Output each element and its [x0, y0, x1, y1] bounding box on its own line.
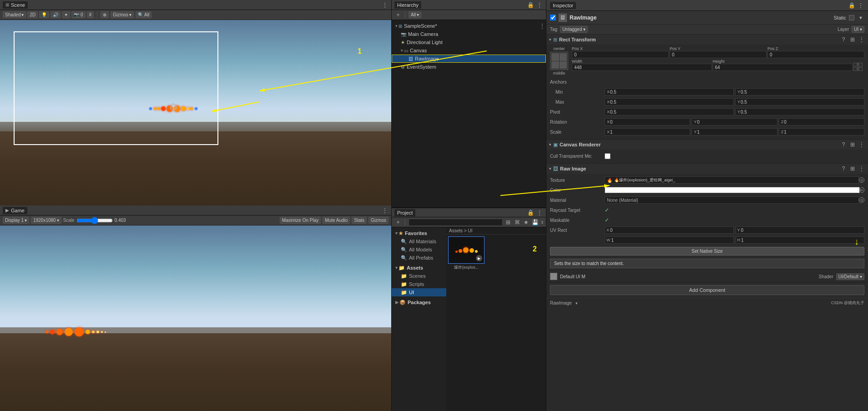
all-prefabs-item[interactable]: 🔍 All Prefabs: [392, 254, 446, 262]
hier-eventsys-row[interactable]: ⚙ EventSystem: [392, 63, 546, 71]
scenes-folder[interactable]: 📁 Scenes: [392, 272, 446, 280]
pos-z-field[interactable]: 0: [767, 51, 864, 58]
footer-dropdown[interactable]: ▾: [575, 301, 578, 306]
anchor-max-x[interactable]: X 0.5: [605, 98, 734, 105]
cr-more-btn[interactable]: ⋮: [858, 141, 865, 148]
maximize-btn[interactable]: Maximize On Play: [280, 217, 321, 224]
set-native-size-btn[interactable]: Set Native Size: [550, 247, 864, 256]
inspector-lock-btn[interactable]: 🔒: [848, 2, 855, 9]
project-search[interactable]: [409, 219, 503, 226]
ri-opts-btn[interactable]: ⊞: [849, 165, 856, 172]
hierarchy-menu-btn[interactable]: ⋮: [536, 1, 543, 9]
audio-btn[interactable]: 🔊: [50, 11, 61, 18]
constrain-btn[interactable]: ⊟: [853, 63, 863, 66]
project-fav-btn[interactable]: ★: [523, 219, 530, 226]
uv-y-field[interactable]: Y 0: [736, 226, 865, 234]
hierarchy-lock-btn[interactable]: 🔒: [527, 1, 534, 9]
project-icons-btn[interactable]: ⊞: [505, 219, 512, 226]
width-field[interactable]: 448: [572, 64, 712, 71]
hier-dirlight-row[interactable]: ☀ Directional Light: [392, 38, 546, 46]
scale-slider[interactable]: [76, 217, 113, 224]
hier-scene-menu[interactable]: ⋮: [539, 22, 546, 30]
hierarchy-all-dropdown[interactable]: All ▾: [409, 11, 421, 18]
material-field[interactable]: None (Material): [605, 196, 859, 204]
stats-btn[interactable]: Stats: [352, 217, 367, 224]
inspector-menu-btn[interactable]: ⋮: [857, 2, 864, 9]
game-tab[interactable]: ▶ Game: [3, 207, 27, 214]
uv-h-field[interactable]: H 1: [736, 236, 865, 244]
search-dropdown[interactable]: 🔍 All: [136, 11, 151, 18]
hier-scene-row[interactable]: ▾ ⊞ SampleScene* ⋮: [392, 22, 546, 30]
project-filter-btn[interactable]: ⌘: [514, 219, 521, 226]
obj-active-checkbox[interactable]: [550, 15, 556, 20]
raw-image-header[interactable]: ▾ 🖼 Raw Image ? ⊞ ⋮: [546, 164, 868, 174]
anchor-widget[interactable]: [550, 52, 568, 70]
cr-opts-btn[interactable]: ⊞: [849, 141, 856, 148]
assets-header[interactable]: ▾ 📁 Assets: [392, 264, 446, 272]
project-add-btn[interactable]: +: [394, 219, 402, 226]
add-component-btn[interactable]: Add Component: [550, 285, 864, 295]
cull-checkbox[interactable]: [605, 153, 611, 159]
material-pick-btn[interactable]: ⊙: [859, 197, 864, 203]
pivot-y[interactable]: Y 0.5: [735, 108, 864, 115]
favorites-header[interactable]: ▾ ★ Favorites: [392, 229, 446, 237]
constrain-btn2[interactable]: ⊟: [853, 67, 863, 71]
inspector-tab[interactable]: Inspector: [550, 2, 576, 9]
shaded-dropdown[interactable]: Shaded ▾: [3, 11, 26, 18]
resolution-dropdown[interactable]: 1920x1080 ▾: [31, 217, 61, 224]
hierarchy-tab[interactable]: Hierarchy: [394, 1, 421, 9]
layer-dropdown[interactable]: UI ▾: [852, 26, 864, 33]
static-dropdown-btn[interactable]: ▾: [857, 14, 864, 21]
shader-dropdown[interactable]: UI/Default ▾: [836, 273, 864, 280]
scene-viewport-container[interactable]: 1: [0, 20, 391, 206]
grid-btn[interactable]: #: [87, 11, 94, 18]
rt-help-btn[interactable]: ?: [840, 36, 847, 43]
project-menu-btn[interactable]: ⋮: [536, 209, 543, 216]
scene-menu-btn[interactable]: ⋮: [381, 1, 389, 9]
project-tab[interactable]: Project: [394, 209, 415, 216]
uv-x-field[interactable]: X 0: [605, 226, 734, 234]
ri-more-btn[interactable]: ⋮: [858, 165, 865, 172]
game-viewport[interactable]: [0, 226, 391, 411]
scale-z[interactable]: Z 1: [779, 128, 864, 135]
tag-dropdown[interactable]: Untagged ▾: [560, 26, 588, 33]
rect-transform-header[interactable]: ▾ ⊞ Rect Transform ? ⊞ ⋮: [546, 35, 868, 45]
game-gizmos-btn[interactable]: Gizmos: [368, 217, 389, 224]
anchor-min-y[interactable]: Y 0.5: [735, 88, 864, 95]
packages-header[interactable]: ▶ 📦 Packages: [392, 298, 446, 306]
rot-z[interactable]: Z 0: [779, 118, 864, 125]
uv-w-field[interactable]: W 1: [605, 236, 734, 244]
anchor-max-y[interactable]: Y 0.5: [735, 98, 864, 105]
hierarchy-add-btn[interactable]: +: [394, 11, 402, 19]
static-checkbox[interactable]: [849, 15, 854, 20]
2d-btn[interactable]: 2D: [27, 11, 38, 18]
game-menu-btn[interactable]: ⋮: [381, 207, 389, 214]
hier-canvas-row[interactable]: ▾ ▭ Canvas: [392, 46, 546, 55]
scene-tab[interactable]: ⊞ Scene: [3, 1, 28, 9]
asset-item-explosion[interactable]: ▶ 爆炸(explos...: [448, 236, 484, 271]
hierarchy-content[interactable]: ▾ ⊞ SampleScene* ⋮ 📷 Main Camera ☀ Direc…: [392, 20, 546, 207]
display-dropdown[interactable]: Display 1 ▾: [3, 217, 29, 224]
rt-more-btn[interactable]: ⋮: [858, 36, 865, 43]
pos-x-field[interactable]: 0: [572, 51, 669, 58]
ri-help-btn[interactable]: ?: [840, 165, 847, 172]
all-materials-item[interactable]: 🔍 All Materials: [392, 237, 446, 246]
ui-folder[interactable]: 📁 UI: [392, 288, 446, 296]
anchor-min-x[interactable]: X 0.5: [605, 88, 734, 95]
scene-cam-btn[interactable]: 📷 0: [71, 11, 85, 18]
cr-help-btn[interactable]: ?: [840, 141, 847, 148]
inspector-scroll[interactable]: 🖼 RawImage Static ▾ Tag Untagged ▾ Layer…: [546, 11, 868, 298]
texture-field[interactable]: 🔥 🔥爆炸(explosion)_爱给网_aigei_: [605, 176, 859, 184]
light-btn[interactable]: 💡: [39, 11, 49, 18]
tools-btn[interactable]: ⊕: [101, 11, 109, 18]
rt-opts-btn[interactable]: ⊞: [849, 36, 856, 43]
pos-y-field[interactable]: 0: [670, 51, 767, 58]
rot-x[interactable]: X 0: [605, 118, 690, 125]
fx-btn[interactable]: ✦: [62, 11, 70, 18]
pivot-x[interactable]: X 0.5: [605, 108, 734, 115]
color-pick-btn[interactable]: ✏: [860, 187, 864, 193]
rot-y[interactable]: Y 0: [691, 118, 777, 125]
texture-pick-btn[interactable]: ⊙: [859, 177, 864, 183]
gizmos-dropdown[interactable]: Gizmos ▾: [111, 11, 134, 18]
all-models-item[interactable]: 🔍 All Models: [392, 246, 446, 254]
